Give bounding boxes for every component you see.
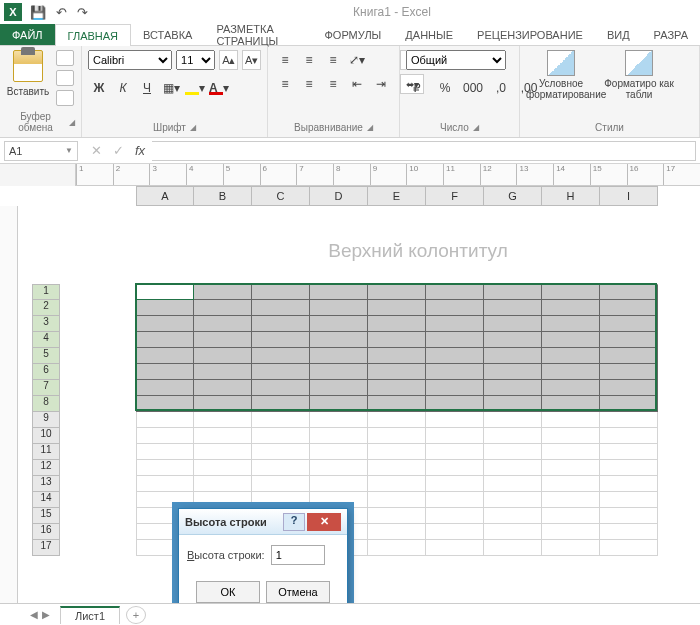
- cell[interactable]: [484, 364, 542, 380]
- cell[interactable]: [426, 284, 484, 300]
- paste-button[interactable]: Вставить: [6, 50, 50, 97]
- cell[interactable]: [194, 380, 252, 396]
- cell[interactable]: [136, 396, 194, 412]
- cell[interactable]: [484, 412, 542, 428]
- cell[interactable]: [368, 300, 426, 316]
- cell[interactable]: [310, 284, 368, 300]
- cell[interactable]: [426, 380, 484, 396]
- row-header[interactable]: 8: [32, 396, 60, 412]
- column-header[interactable]: F: [426, 186, 484, 206]
- cell[interactable]: [600, 300, 658, 316]
- row-header[interactable]: 10: [32, 428, 60, 444]
- fill-color-button[interactable]: ▾: [184, 78, 206, 98]
- column-header[interactable]: D: [310, 186, 368, 206]
- percent-icon[interactable]: %: [434, 78, 456, 98]
- cell[interactable]: [194, 284, 252, 300]
- cell[interactable]: [368, 524, 426, 540]
- cell[interactable]: [600, 396, 658, 412]
- cell[interactable]: [426, 524, 484, 540]
- cancel-formula-icon[interactable]: ✕: [86, 143, 106, 158]
- cell[interactable]: [368, 444, 426, 460]
- italic-button[interactable]: К: [112, 78, 134, 98]
- copy-icon[interactable]: [56, 70, 74, 86]
- cell[interactable]: [310, 332, 368, 348]
- dialog-close-button[interactable]: ✕: [307, 513, 341, 531]
- name-box[interactable]: A1 ▼: [4, 141, 78, 161]
- row-header[interactable]: 14: [32, 492, 60, 508]
- cell[interactable]: [426, 396, 484, 412]
- cell[interactable]: [136, 476, 194, 492]
- column-header[interactable]: H: [542, 186, 600, 206]
- cell[interactable]: [368, 492, 426, 508]
- formula-input[interactable]: [152, 141, 696, 161]
- cell[interactable]: [600, 284, 658, 300]
- cell[interactable]: [542, 412, 600, 428]
- enter-formula-icon[interactable]: ✓: [108, 143, 128, 158]
- cell[interactable]: [484, 348, 542, 364]
- cell[interactable]: [426, 460, 484, 476]
- column-header[interactable]: C: [252, 186, 310, 206]
- increase-indent-icon[interactable]: ⇥: [370, 74, 392, 94]
- cell[interactable]: [484, 284, 542, 300]
- underline-button[interactable]: Ч: [136, 78, 158, 98]
- cell[interactable]: [542, 300, 600, 316]
- cell[interactable]: [310, 412, 368, 428]
- sheet-tab-1[interactable]: Лист1: [60, 606, 120, 624]
- increase-decimal-icon[interactable]: ,0: [490, 78, 512, 98]
- cell[interactable]: [368, 540, 426, 556]
- page-header-area[interactable]: Верхний колонтитул: [136, 226, 700, 276]
- cell[interactable]: [368, 428, 426, 444]
- cell[interactable]: [600, 364, 658, 380]
- tab-dev[interactable]: РАЗРА: [642, 24, 700, 45]
- cell[interactable]: [252, 332, 310, 348]
- cell[interactable]: [542, 476, 600, 492]
- conditional-formatting-button[interactable]: Условное форматирование: [526, 50, 596, 100]
- cell[interactable]: [542, 524, 600, 540]
- cell[interactable]: [600, 476, 658, 492]
- border-button[interactable]: ▦▾: [160, 78, 182, 98]
- cell[interactable]: [542, 460, 600, 476]
- tab-page-layout[interactable]: РАЗМЕТКА СТРАНИЦЫ: [204, 24, 312, 45]
- ok-button[interactable]: ОК: [196, 581, 260, 603]
- row-header[interactable]: 4: [32, 332, 60, 348]
- row-header[interactable]: 15: [32, 508, 60, 524]
- row-header[interactable]: 11: [32, 444, 60, 460]
- cell[interactable]: [368, 332, 426, 348]
- cell[interactable]: [484, 316, 542, 332]
- cell[interactable]: [252, 476, 310, 492]
- cell[interactable]: [484, 524, 542, 540]
- cell[interactable]: [368, 364, 426, 380]
- tab-data[interactable]: ДАННЫЕ: [393, 24, 465, 45]
- dialog-help-button[interactable]: ?: [283, 513, 305, 531]
- cell[interactable]: [426, 316, 484, 332]
- cell[interactable]: [194, 300, 252, 316]
- tab-view[interactable]: ВИД: [595, 24, 642, 45]
- cell[interactable]: [600, 444, 658, 460]
- cell[interactable]: [484, 540, 542, 556]
- cell[interactable]: [426, 412, 484, 428]
- cell[interactable]: [194, 428, 252, 444]
- row-header[interactable]: 12: [32, 460, 60, 476]
- tab-formulas[interactable]: ФОРМУЛЫ: [312, 24, 393, 45]
- cell[interactable]: [542, 428, 600, 444]
- align-top-icon[interactable]: ≡: [274, 50, 296, 70]
- cell[interactable]: [194, 476, 252, 492]
- cell[interactable]: [426, 348, 484, 364]
- cell[interactable]: [484, 396, 542, 412]
- cell[interactable]: [194, 316, 252, 332]
- cell[interactable]: [368, 316, 426, 332]
- cell[interactable]: [310, 348, 368, 364]
- font-name-select[interactable]: Calibri: [88, 50, 172, 70]
- vertical-ruler[interactable]: [0, 206, 18, 606]
- cell[interactable]: [194, 444, 252, 460]
- format-painter-icon[interactable]: [56, 90, 74, 106]
- cell[interactable]: [194, 348, 252, 364]
- cell[interactable]: [600, 492, 658, 508]
- cell[interactable]: [252, 300, 310, 316]
- cell[interactable]: [484, 300, 542, 316]
- cell[interactable]: [136, 412, 194, 428]
- column-header[interactable]: B: [194, 186, 252, 206]
- format-as-table-button[interactable]: Форматиро как табли: [604, 50, 674, 100]
- cell[interactable]: [542, 284, 600, 300]
- cell[interactable]: [484, 332, 542, 348]
